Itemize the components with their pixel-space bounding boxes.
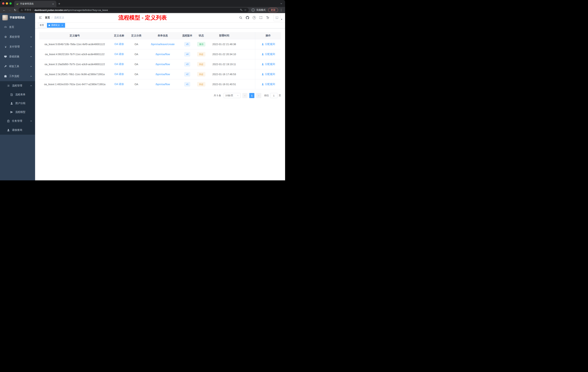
operation-cell[interactable]: 分配规则: [255, 79, 281, 89]
definition-id-cell: oa_leave:1:482ec033-762a-11ec-8477-a2380…: [39, 79, 110, 89]
breadcrumb-home-link[interactable]: 首页: [45, 16, 50, 19]
tag-close-icon[interactable]: ×: [61, 24, 63, 27]
breadcrumb-separator: /: [52, 16, 52, 19]
form-info-link[interactable]: /bpm/oa/flow: [145, 59, 180, 69]
sidebar-item-workflow[interactable]: 工作流程: [0, 71, 35, 81]
sidebar-item-process-form[interactable]: 流程表单: [0, 90, 35, 99]
avatar[interactable]: ▾: [273, 14, 282, 21]
definition-id-cell: oa_leave:3:1fad3d93-7b75-11ec-a3c8-acde4…: [39, 59, 110, 69]
font-size-icon[interactable]: [266, 16, 269, 19]
sidebar-item-devtools[interactable]: 研发工具: [0, 62, 35, 71]
window-zoom-button[interactable]: [10, 2, 12, 5]
table-row: oa_leave:1:482ec033-762a-11ec-8477-a2380…: [39, 79, 281, 89]
page-main: 定义编号 定义名称 定义分类 表单信息 流程版本 状态 部署时间 操作 oa_l…: [35, 28, 285, 180]
page-1-button[interactable]: 1: [249, 93, 254, 98]
sidebar-item-home[interactable]: 首页: [0, 22, 35, 32]
sidebar-item-payment[interactable]: ¥ 支付管理: [0, 42, 35, 52]
sidebar-item-infrastructure[interactable]: 基础设施: [0, 52, 35, 62]
column-header: 状态: [194, 32, 209, 39]
url-domain: dashboard.yudao.iocoder.cn: [34, 9, 67, 11]
navbar: 首页 / 流程定义 流程模型 - 定义列表 ? ▾: [35, 13, 285, 22]
refresh-button[interactable]: ↻: [13, 8, 17, 12]
next-page-button[interactable]: ›: [256, 93, 261, 98]
sidebar-item-user-group[interactable]: 用户分组: [0, 99, 35, 108]
operation-cell[interactable]: 分配规则: [255, 39, 281, 49]
sidebar-logo[interactable]: 芋道管理系统: [0, 13, 35, 22]
deploy-time-cell: 2022-01-22 20:34:10: [209, 49, 240, 59]
operation-cell[interactable]: 分配规则: [255, 59, 281, 69]
assign-rule-link[interactable]: 分配规则: [265, 43, 275, 46]
window-close-button[interactable]: [2, 2, 4, 5]
goto-page-input[interactable]: [270, 93, 277, 98]
assign-rule-link[interactable]: 分配规则: [265, 73, 275, 76]
tag-process-definition[interactable]: 流程定义 ×: [47, 23, 65, 28]
sidebar-item-label: 流程模型: [15, 110, 25, 114]
form-info-link[interactable]: /bpm/oa/flow: [145, 69, 180, 79]
assign-rule-link[interactable]: 分配规则: [265, 53, 275, 56]
definition-name-link[interactable]: OA 请假: [110, 39, 128, 49]
definition-name-link[interactable]: OA 请假: [110, 59, 128, 69]
form-info-link[interactable]: /bpm/oa/leave/create: [145, 39, 180, 49]
forward-button[interactable]: →: [8, 8, 12, 12]
sidebar-item-leave-query[interactable]: 请假查询: [0, 126, 35, 135]
sidebar-item-process-model[interactable]: 流程模型: [0, 108, 35, 117]
dashboard-icon: [4, 26, 7, 29]
operation-cell[interactable]: 分配规则: [255, 69, 281, 79]
definition-name-link[interactable]: OA 请假: [110, 49, 128, 59]
total-count: 共 5 条: [214, 94, 221, 97]
new-tab-button[interactable]: +: [58, 2, 60, 6]
definition-name-link[interactable]: OA 请假: [110, 79, 128, 89]
column-header: 定义名称: [110, 32, 128, 39]
list-icon: [7, 84, 10, 87]
question-icon[interactable]: ?: [252, 16, 256, 19]
operation-cell[interactable]: 分配规则: [255, 49, 281, 59]
briefcase-icon: [4, 75, 7, 78]
tag-home[interactable]: 首页: [38, 23, 46, 28]
search-icon[interactable]: [239, 16, 242, 19]
back-button[interactable]: ←: [2, 8, 6, 12]
status-cell: 激活: [194, 39, 209, 49]
sidebar-item-label: 任务管理: [12, 119, 22, 123]
form-info-link[interactable]: /bpm/oa/flow: [145, 79, 180, 89]
url-path: /bpm/manager/definition?key=oa_leave: [67, 9, 108, 11]
page-size-value: 10条/页: [225, 94, 233, 97]
sidebar-item-label: 流程表单: [15, 93, 25, 96]
sidebar-toggle-icon[interactable]: [39, 16, 42, 19]
sidebar-item-process-management[interactable]: 流程管理: [0, 81, 35, 90]
bookmark-star-icon[interactable]: ☆: [244, 8, 247, 12]
deploy-time-cell: 2022-01-22 19:19:11: [209, 59, 240, 69]
update-button[interactable]: 更新: [268, 8, 278, 12]
clipboard-icon: [7, 120, 10, 122]
monitor-icon: [4, 55, 7, 58]
assign-rule-link[interactable]: 分配规则: [265, 63, 275, 66]
tag-label: 流程定义: [51, 24, 60, 27]
prev-page-button[interactable]: ‹: [242, 93, 247, 98]
process-version-cell: v2: [180, 69, 194, 79]
browser-tab[interactable]: 芋道管理系统 ×: [14, 1, 56, 7]
sidebar-item-label: 支付管理: [10, 45, 20, 48]
wrench-icon: [4, 65, 7, 68]
row-spacer: [240, 49, 255, 59]
incognito-icon: [251, 8, 255, 12]
page-size-select[interactable]: 10条/页: [224, 93, 241, 98]
form-info-link[interactable]: /bpm/oa/flow: [145, 49, 180, 59]
window-minimize-button[interactable]: [6, 2, 8, 5]
assign-rule-link[interactable]: 分配规则: [265, 83, 275, 86]
browser-menu-icon[interactable]: ⋮: [279, 8, 283, 12]
security-label: 不安全: [24, 8, 32, 12]
sidebar-item-label: 研发工具: [9, 65, 19, 68]
sidebar-item-task-management[interactable]: 任务管理: [0, 117, 35, 126]
github-icon[interactable]: [246, 16, 249, 19]
tab-close-icon[interactable]: ×: [52, 2, 54, 5]
definition-name-link[interactable]: OA 请假: [110, 69, 128, 79]
status-badge: 激活: [197, 42, 205, 46]
sidebar-item-system[interactable]: ⚙ 系统管理: [0, 32, 35, 42]
app-title: 芋道管理系统: [10, 16, 25, 19]
chevron-down-icon: [30, 55, 32, 58]
address-bar[interactable]: ⚠ 不安全 dashboard.yudao.iocoder.cn/bpm/man…: [19, 8, 249, 12]
row-spacer: [240, 79, 255, 89]
key-icon[interactable]: [240, 9, 243, 11]
fullscreen-icon[interactable]: [259, 16, 262, 19]
deploy-time-cell: 2022-01-22 21:48:38: [209, 39, 240, 49]
tab-search-icon[interactable]: [280, 2, 283, 5]
